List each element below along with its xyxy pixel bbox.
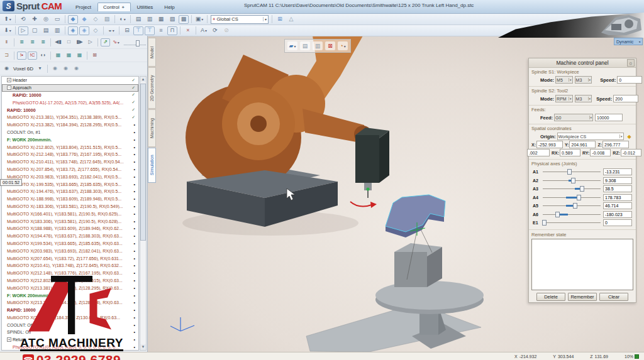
- ops-filter3-icon[interactable]: ▦: [75, 52, 84, 60]
- ops-filter2-icon[interactable]: ▦: [64, 52, 74, 60]
- sim-forward-icon[interactable]: ⇗: [101, 38, 110, 46]
- tree-item[interactable]: MultiGOTO X(210.41), Y(183.748), Z(172.6…: [2, 262, 138, 270]
- slider-handle[interactable]: [542, 220, 547, 226]
- machine-state-icon[interactable]: ▰▾: [287, 41, 297, 50]
- axis-slider-a2[interactable]: [543, 178, 601, 183]
- cs-a-doc-icon[interactable]: A▾: [199, 26, 209, 35]
- relief-view-icon[interactable]: ◭: [631, 15, 641, 24]
- feed-mode-select[interactable]: G0▾: [554, 114, 593, 121]
- to-operation-start-icon[interactable]: ≣: [17, 38, 26, 46]
- sim-stop-icon[interactable]: □: [64, 38, 74, 46]
- tab-simulation[interactable]: Simulation: [148, 148, 156, 183]
- axis-slider-a5[interactable]: [543, 203, 601, 209]
- scroll-down-icon[interactable]: ▼: [140, 344, 146, 350]
- tree-item[interactable]: MultiGOTO X(213.37), Y(184.353), Z(130.6…: [2, 314, 138, 322]
- tree-item[interactable]: MultiGOTO X(188.988), Y(183.609), Z(189.…: [2, 225, 138, 232]
- axis-slider-a3[interactable]: [543, 186, 601, 192]
- tree-item[interactable]: MultiGOTO X(166.401), Y(183.581), Z(190.…: [2, 210, 138, 217]
- voxel-box-icon[interactable]: ◉: [61, 65, 70, 73]
- tree-item[interactable]: MultiGOTO X(194.476), Y(183.637), Z(188.…: [2, 232, 138, 240]
- plotter-icon[interactable]: ✎: [620, 26, 630, 35]
- coord-input[interactable]: [602, 141, 629, 148]
- tool1-icon[interactable]: ⊤: [133, 26, 143, 35]
- view-orientation-sphere-icon[interactable]: ◐▾: [118, 15, 128, 24]
- rot-input[interactable]: [621, 149, 641, 156]
- tree-item[interactable]: MultiGOTO X(199.534), Y(183.665), Z(185.…: [2, 240, 138, 248]
- menu-control[interactable]: Control✦: [97, 3, 131, 11]
- menu-project[interactable]: Project: [70, 3, 96, 11]
- tree-item[interactable]: +Header✓: [2, 77, 138, 84]
- axis-slider-a1[interactable]: [543, 169, 601, 175]
- rotate-view-icon[interactable]: ⟲: [18, 15, 28, 24]
- box-select-icon[interactable]: ▢: [30, 26, 40, 35]
- slider-handle[interactable]: [571, 178, 575, 183]
- cs-list-icon[interactable]: ⊞: [275, 15, 285, 24]
- axis-free-icon[interactable]: ◇: [91, 26, 101, 35]
- tree-item[interactable]: MultiGOTO X(-183.306), Y(183.581), Z(190…: [2, 203, 138, 210]
- show-all-icon[interactable]: ▩: [179, 15, 189, 24]
- tree-item[interactable]: MultiGOTO X(-213.381), Y(304.351), Z(138…: [2, 114, 138, 121]
- sim-backward-icon[interactable]: ⇘▾: [111, 38, 121, 46]
- viewport-layout-icon[interactable]: ▣▾: [194, 15, 204, 24]
- tree-item[interactable]: MultiGOTO X(203.983), Y(183.693), Z(182.…: [2, 247, 138, 254]
- spindle2-mode2-select[interactable]: M3▾: [575, 95, 592, 102]
- spindle2-mode1-select[interactable]: RPM▾: [555, 95, 573, 102]
- gear-icon[interactable]: ☼: [627, 59, 635, 67]
- tree-item[interactable]: MultiGOTO X(213.381), Y(184.384), Z(128.…: [2, 284, 138, 292]
- voxel-globe-icon[interactable]: ◉: [2, 65, 11, 73]
- voxel-save-icon[interactable]: ◉: [50, 65, 60, 73]
- tree-item[interactable]: F: WORK 200mmmin.•: [2, 292, 138, 299]
- stop-on-collision-icon[interactable]: !▪: [17, 52, 26, 60]
- shaded-view-icon[interactable]: ◆: [68, 15, 78, 24]
- expand-icon[interactable]: +: [7, 78, 11, 82]
- pin-icon[interactable]: ✦: [121, 5, 125, 10]
- menu-help[interactable]: Help: [159, 3, 179, 11]
- zoom-fit-icon[interactable]: ▭: [52, 15, 62, 24]
- tool-sphere-icon[interactable]: ◒▾: [106, 26, 116, 35]
- dynamic-panel-tab[interactable]: Dynamic ◂: [614, 38, 643, 45]
- tree-item[interactable]: MultiGOTO X(183.306), Y(183.581), Z(190.…: [2, 217, 138, 225]
- zoom-window-icon[interactable]: ◎: [41, 15, 51, 24]
- cs-rotate-icon[interactable]: ⟳: [210, 26, 220, 35]
- interpolator-icon[interactable]: △: [286, 15, 296, 24]
- tab-2d-geometry[interactable]: 2D Geometry: [148, 67, 156, 109]
- save-project-icon[interactable]: ⬇▾: [3, 26, 13, 35]
- machine-setup-icon[interactable]: ▤: [41, 26, 51, 35]
- delete-button[interactable]: Delete: [536, 293, 565, 301]
- tree-scrollbar[interactable]: ▲ ▼: [140, 76, 147, 351]
- report-icon[interactable]: ▤: [300, 41, 310, 50]
- import-model-icon[interactable]: ⬆▾: [3, 15, 13, 24]
- origin-select[interactable]: Workpiece CS▾: [557, 133, 624, 140]
- axis-slider-e1[interactable]: [543, 220, 601, 226]
- pan-view-icon[interactable]: ✚: [30, 15, 40, 24]
- axis-value-input[interactable]: [603, 177, 632, 184]
- rot-input[interactable]: [527, 149, 550, 156]
- tool-holder-icon[interactable]: ⊓: [167, 26, 177, 35]
- tree-item[interactable]: MultiGOTO X(-207.854), Y(183.72), Z(177.…: [2, 166, 138, 173]
- turning-check-icon[interactable]: ◖◗: [38, 52, 48, 60]
- tree-item[interactable]: SPINDL: Off•: [2, 329, 138, 336]
- slider-handle[interactable]: [580, 186, 584, 192]
- slider-handle[interactable]: [573, 203, 577, 209]
- tree-item[interactable]: MultiGOTO X(207.654), Y(183.72), Z(177.6…: [2, 254, 138, 262]
- tree-item[interactable]: MultiGOTO X(-194.476), Y(183.637), Z(188…: [2, 188, 138, 195]
- tree-item[interactable]: MultiGOTO X(-212.148), Y(183.776), Z(167…: [2, 151, 138, 158]
- tree-item[interactable]: MultiGOTO X(212.802), Y(183.804), Z(151.…: [2, 277, 138, 285]
- shaded-edges-icon[interactable]: ◆: [79, 15, 89, 24]
- rot-input[interactable]: [560, 149, 580, 156]
- tab-model[interactable]: Model: [148, 38, 156, 67]
- tab-machining[interactable]: Machining: [148, 109, 156, 147]
- control-panel-icon[interactable]: ▦: [609, 26, 619, 35]
- sim-to-start-icon[interactable]: ◀▮: [53, 38, 63, 46]
- chevron-down-icon[interactable]: ▾: [263, 17, 267, 21]
- expand-icon[interactable]: +: [7, 337, 11, 342]
- remember-button[interactable]: Remember: [568, 293, 597, 301]
- trim-toolpath-icon[interactable]: ×: [183, 26, 193, 35]
- select-mode-icon[interactable]: ▷: [18, 26, 28, 35]
- wireframe-icon[interactable]: ◇: [91, 15, 101, 24]
- coordinate-system-combo[interactable]: ⌖Global CS▾: [211, 15, 269, 24]
- axis-slider-a4[interactable]: [543, 195, 601, 200]
- sim-speed-slider[interactable]: [124, 39, 146, 45]
- axis-value-input[interactable]: [603, 202, 632, 209]
- remove-result-icon[interactable]: ⊠: [325, 41, 335, 50]
